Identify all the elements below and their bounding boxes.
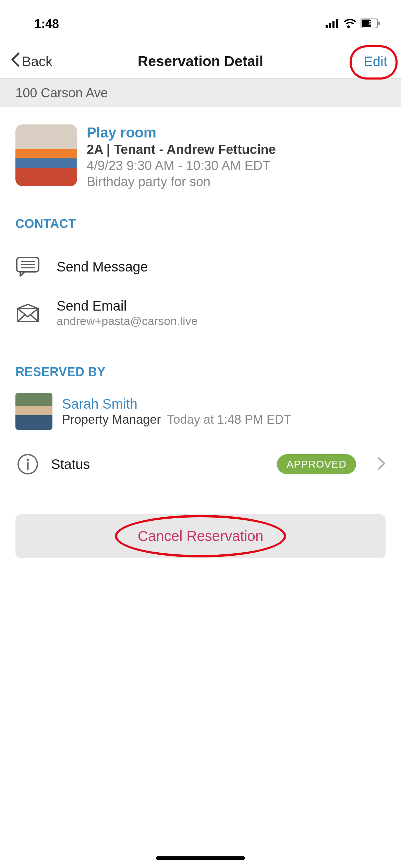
reservation-summary: Play room 2A | Tenant - Andrew Fettucine… bbox=[15, 124, 386, 189]
status-row[interactable]: Status APPROVED bbox=[15, 448, 386, 480]
chevron-left-icon bbox=[10, 52, 20, 71]
svg-rect-1 bbox=[329, 23, 331, 28]
message-icon bbox=[15, 254, 40, 279]
reserver-timestamp: Today at 1:48 PM EDT bbox=[167, 412, 291, 426]
status-bar: 1:48 57 bbox=[0, 0, 401, 45]
address-bar: 100 Carson Ave bbox=[0, 79, 401, 107]
svg-text:57: 57 bbox=[368, 21, 375, 26]
send-message-label: Send Message bbox=[57, 259, 148, 275]
reserver-details: Sarah Smith Property Manager Today at 1:… bbox=[62, 396, 291, 427]
send-email-label: Send Email bbox=[57, 298, 198, 314]
svg-rect-6 bbox=[378, 22, 380, 25]
send-email-text: Send Email andrew+pasta@carson.live bbox=[57, 298, 198, 328]
avatar bbox=[15, 393, 52, 430]
chevron-right-icon bbox=[377, 457, 386, 472]
svg-rect-0 bbox=[326, 25, 328, 28]
reserved-by-header: RESERVED BY bbox=[15, 365, 386, 379]
datetime-line: 4/9/23 9:30 AM - 10:30 AM EDT bbox=[87, 158, 276, 173]
battery-icon: 57 bbox=[361, 19, 380, 29]
send-email-row[interactable]: Send Email andrew+pasta@carson.live bbox=[15, 289, 386, 337]
svg-rect-2 bbox=[332, 21, 335, 28]
contact-section-header: CONTACT bbox=[15, 217, 386, 231]
back-label: Back bbox=[22, 54, 52, 69]
cellular-signal-icon bbox=[326, 19, 339, 29]
main-content: Play room 2A | Tenant - Andrew Fettucine… bbox=[0, 107, 401, 558]
reserved-by-row[interactable]: Sarah Smith Property Manager Today at 1:… bbox=[15, 393, 386, 430]
reserver-role: Property Manager bbox=[62, 412, 161, 426]
send-message-row[interactable]: Send Message bbox=[15, 245, 386, 289]
reserver-name: Sarah Smith bbox=[62, 396, 291, 412]
cancel-reservation-button[interactable]: Cancel Reservation bbox=[15, 514, 386, 558]
cancel-section: Cancel Reservation bbox=[15, 514, 386, 558]
back-button[interactable]: Back bbox=[10, 52, 52, 71]
status-label: Status bbox=[51, 457, 266, 472]
reservation-details: Play room 2A | Tenant - Andrew Fettucine… bbox=[87, 124, 276, 189]
email-address: andrew+pasta@carson.live bbox=[57, 314, 198, 328]
note-line: Birthday party for son bbox=[87, 174, 276, 189]
tenant-line: 2A | Tenant - Andrew Fettucine bbox=[87, 142, 276, 157]
svg-rect-3 bbox=[336, 19, 338, 28]
room-thumbnail bbox=[15, 124, 77, 186]
home-indicator[interactable] bbox=[156, 856, 245, 860]
status-badge: APPROVED bbox=[277, 454, 356, 474]
cancel-label: Cancel Reservation bbox=[138, 528, 264, 544]
edit-button[interactable]: Edit bbox=[360, 52, 391, 71]
room-name[interactable]: Play room bbox=[87, 124, 276, 141]
status-icons: 57 bbox=[326, 19, 380, 29]
email-icon bbox=[15, 301, 40, 325]
nav-bar: Back Reservation Detail Edit bbox=[0, 45, 401, 79]
status-time: 1:48 bbox=[34, 17, 59, 31]
wifi-icon bbox=[343, 19, 356, 29]
info-icon bbox=[15, 452, 40, 477]
page-title: Reservation Detail bbox=[138, 53, 263, 70]
svg-point-14 bbox=[27, 459, 29, 461]
